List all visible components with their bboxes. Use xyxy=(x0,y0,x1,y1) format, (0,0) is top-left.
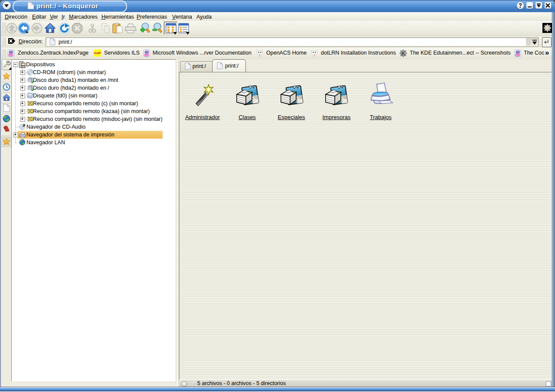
svg-text:K: K xyxy=(402,51,405,57)
